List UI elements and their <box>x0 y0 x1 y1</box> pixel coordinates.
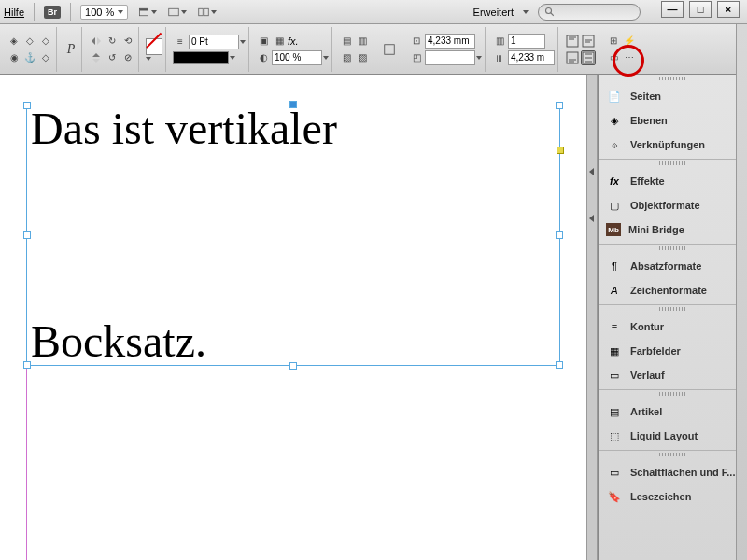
search-input[interactable] <box>538 4 641 21</box>
bookmark-icon: 🔖 <box>606 489 623 504</box>
panel-absatzformate[interactable]: ¶Absatzformate <box>599 254 747 278</box>
columns-icon: ▥ <box>492 34 507 49</box>
select-container-icon[interactable]: ◉ <box>7 50 21 65</box>
panel-label: Ebenen <box>630 115 668 126</box>
lightning-icon[interactable]: ⚡ <box>622 34 637 49</box>
anchor-icon[interactable]: ⚓ <box>22 50 37 65</box>
maximize-button[interactable]: □ <box>689 1 712 18</box>
panel-group: ¶Absatzformate AZeichenformate <box>599 252 747 305</box>
select-parent-icon[interactable]: ◇ <box>38 50 53 65</box>
panel-grip-icon[interactable] <box>659 307 687 311</box>
corner-shape-input[interactable] <box>425 50 475 65</box>
stroke-style-swatch[interactable] <box>173 51 229 64</box>
layers-icon: ◈ <box>606 113 623 128</box>
panel-grip-icon[interactable] <box>659 77 687 80</box>
close-button[interactable]: × <box>717 1 740 18</box>
feather-icon[interactable]: ▦ <box>272 34 287 49</box>
columns-input[interactable]: 1 <box>508 34 545 49</box>
text-wrap-shape-icon[interactable]: ▧ <box>339 50 354 65</box>
panel-verknuepfungen[interactable]: ⟐Verknüpfungen <box>599 133 747 157</box>
gutter-input[interactable]: 4,233 m <box>508 50 555 65</box>
text-wrap-none-icon[interactable]: ▤ <box>339 34 354 49</box>
panel-group: ≡Kontur ▦Farbfelder ▭Verlauf <box>599 313 747 390</box>
fill-none-icon[interactable] <box>146 38 162 55</box>
panel-grip-icon[interactable] <box>659 246 687 250</box>
select-prev-icon[interactable]: ◇ <box>22 34 37 49</box>
panel-zeichenformate[interactable]: AZeichenformate <box>599 278 747 302</box>
svg-rect-2 <box>169 8 179 16</box>
options-icon[interactable]: ⋯ <box>622 50 637 65</box>
inset-input[interactable]: 4,233 mm <box>425 34 475 49</box>
valign-bottom-icon[interactable] <box>565 50 580 65</box>
panel-minibridge[interactable]: MbMini Bridge <box>599 217 747 242</box>
rotate-ccw-icon[interactable]: ↺ <box>105 50 120 65</box>
svg-line-6 <box>551 12 554 15</box>
panel-lesezeichen[interactable]: 🔖Lesezeichen <box>599 484 747 509</box>
liquid-icon: ⬚ <box>606 428 623 443</box>
clear-transform-icon[interactable]: ⊘ <box>120 50 135 65</box>
document-canvas[interactable]: Das ist vertikaler Bocksatz. <box>0 75 598 560</box>
panel-grip-icon[interactable] <box>659 453 687 456</box>
pages-icon: 📄 <box>606 89 623 104</box>
panel-label: Mini Bridge <box>628 224 684 235</box>
corner-radius-icon: ◰ <box>409 50 424 65</box>
panel-label: Liquid Layout <box>630 430 698 441</box>
text-line-1[interactable]: Das ist vertikaler <box>31 105 556 152</box>
help-menu[interactable]: Hilfe <box>4 7 24 18</box>
select-content-icon[interactable]: ◈ <box>7 34 21 49</box>
minimize-button[interactable]: — <box>661 1 684 18</box>
paragraph-style-icon[interactable]: P <box>63 42 78 57</box>
arrange-icon[interactable] <box>197 3 218 21</box>
zoom-level[interactable]: 100 % <box>80 5 128 20</box>
flip-v-icon[interactable] <box>89 50 104 65</box>
drop-shadow-icon[interactable]: ▣ <box>256 34 271 49</box>
screen-mode-icon[interactable] <box>167 3 188 21</box>
rotate-180-icon[interactable]: ⟲ <box>120 34 135 49</box>
collapsed-dock[interactable] <box>586 75 598 560</box>
char-icon: A <box>606 283 623 298</box>
objstyle-icon: ▢ <box>606 198 623 213</box>
valign-justify-icon[interactable] <box>581 50 596 65</box>
corner-options-icon[interactable] <box>380 40 399 59</box>
panel-grip-icon[interactable] <box>659 392 687 396</box>
svg-rect-4 <box>204 8 209 16</box>
panel-kontur[interactable]: ≡Kontur <box>599 315 747 339</box>
valign-top-icon[interactable] <box>565 34 580 49</box>
stroke-weight-input[interactable]: 0 Pt <box>189 35 239 49</box>
view-options-icon[interactable] <box>137 3 158 21</box>
panels-dock: 📄Seiten ◈Ebenen ⟐Verknüpfungen fxEffekte… <box>598 75 747 560</box>
panel-label: Verknüpfungen <box>630 139 705 150</box>
bridge-icon[interactable]: Br <box>44 6 61 19</box>
flip-h-icon[interactable] <box>89 34 104 49</box>
fx-label[interactable]: fx. <box>288 35 299 47</box>
text-line-2[interactable]: Bocksatz. <box>31 318 556 365</box>
presentation-icon[interactable]: ▭ <box>606 50 621 65</box>
panel-verlauf[interactable]: ▭Verlauf <box>599 363 747 387</box>
text-wrap-jump-icon[interactable]: ▨ <box>355 50 370 65</box>
menubar: Hilfe Br 100 % Erweitert — □ × <box>0 0 747 24</box>
collapsed-right-dock[interactable] <box>736 24 747 560</box>
stroke-weight-icon: ≡ <box>173 35 188 49</box>
panel-artikel[interactable]: ▤Artikel <box>599 399 747 424</box>
panel-label: Kontur <box>630 321 664 332</box>
opacity-input[interactable]: 100 % <box>272 50 322 65</box>
panel-liquid[interactable]: ⬚Liquid Layout <box>599 424 747 448</box>
panel-objektformate[interactable]: ▢Objektformate <box>599 193 747 217</box>
panel-farbfelder[interactable]: ▦Farbfelder <box>599 339 747 363</box>
search-icon <box>544 7 556 18</box>
panel-seiten[interactable]: 📄Seiten <box>599 84 747 108</box>
workspace-label[interactable]: Erweitert <box>473 7 514 18</box>
panel-schaltflaechen[interactable]: ▭Schaltflächen und F... <box>599 460 747 484</box>
panel-group: 📄Seiten ◈Ebenen ⟐Verknüpfungen <box>599 82 747 160</box>
valign-center-icon[interactable] <box>581 34 596 49</box>
rotate-cw-icon[interactable]: ↻ <box>105 34 120 49</box>
article-icon: ▤ <box>606 404 623 419</box>
panel-ebenen[interactable]: ◈Ebenen <box>599 108 747 133</box>
text-wrap-bbox-icon[interactable]: ▥ <box>355 34 370 49</box>
panel-grip-icon[interactable] <box>659 161 687 165</box>
auto-fit-icon[interactable]: ⊞ <box>606 34 621 49</box>
chevron-down-icon <box>240 40 246 44</box>
text-frame[interactable]: Das ist vertikaler Bocksatz. <box>26 105 560 366</box>
panel-effekte[interactable]: fxEffekte <box>599 169 747 193</box>
select-next-icon[interactable]: ◇ <box>38 34 53 49</box>
